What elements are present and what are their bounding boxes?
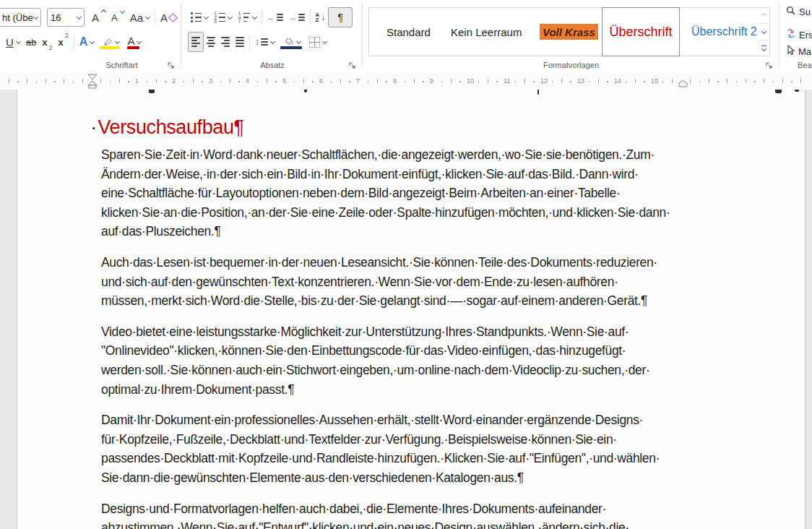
select-label: Ma	[798, 46, 811, 57]
sort-button[interactable]: AZ ↓	[313, 8, 329, 27]
paragraph-dialog-launcher[interactable]	[348, 59, 357, 68]
strikethrough-button[interactable]: ab	[23, 33, 39, 51]
ruler-number: 14	[614, 77, 621, 85]
ruler-tick	[267, 79, 267, 83]
divider	[74, 35, 74, 49]
ruler-tick-dot	[515, 81, 517, 82]
numbering-button[interactable]: 1 2 3	[211, 8, 236, 27]
gallery-scroll-down-button[interactable]	[759, 24, 769, 40]
gallery-more-icon	[761, 46, 766, 51]
style-standard[interactable]: Standard	[386, 8, 431, 56]
cursor-arrow-icon	[786, 45, 795, 58]
text-line: werden·soll.·Sie·können·auch·ein·Stichwo…	[101, 361, 805, 380]
horizontal-ruler[interactable]: 123456789101112131415	[0, 73, 812, 90]
decrease-indent-button[interactable]: ←	[264, 8, 286, 27]
bullets-button[interactable]	[188, 8, 211, 27]
find-button[interactable]: Su	[786, 6, 811, 18]
text-line: auf·das·Pluszeichen.¶	[101, 222, 805, 241]
paragraph: Video·bietet·eine·leistungsstarke·Möglic…	[101, 322, 805, 399]
text-line: "Onlinevideo"·klicken,·können·Sie·den·Ei…	[101, 341, 805, 361]
ruler-tick-dot	[607, 81, 608, 82]
editing-group-label: Bea	[779, 61, 812, 69]
ruler-tick-dot	[423, 81, 424, 82]
ruler-tick-dot	[202, 81, 203, 82]
line-spacing-icon: ↕	[255, 38, 259, 46]
styles-dialog-launcher[interactable]	[765, 59, 774, 68]
ruler-tick	[727, 79, 727, 83]
ruler-tick-dot	[73, 81, 74, 82]
ruler-tick-dot	[773, 81, 774, 82]
styles-gallery: Standard Kein Leerraum Voll Krass Übersc…	[368, 7, 760, 56]
ruler-tick	[690, 79, 691, 83]
font-size-combo[interactable]: 16	[47, 8, 85, 27]
borders-button[interactable]	[306, 33, 329, 51]
ruler-tick	[340, 79, 341, 83]
paragraph-group-label: Absatz	[182, 61, 363, 69]
right-indent-marker[interactable]	[678, 77, 688, 90]
grow-font-button[interactable]: A	[89, 8, 108, 27]
shading-button[interactable]	[277, 33, 306, 51]
replace-button[interactable]: bc Ers	[786, 28, 812, 41]
ruler-tick-dot	[478, 81, 480, 82]
paragraph: Damit·Ihr·Dokument·ein·professionelles·A…	[101, 410, 805, 487]
justify-button[interactable]	[233, 33, 247, 51]
chevron-up-icon	[761, 13, 766, 18]
document-page[interactable]: ▪Versuchsaufbau¶ Sparen·Sie·Zeit·in·Word…	[17, 90, 805, 529]
shading-color-bar	[280, 46, 302, 49]
ruler-tick-dot	[147, 81, 148, 82]
ruler-number: 1	[135, 77, 139, 85]
superscript-button[interactable]: x 2	[56, 33, 72, 51]
ruler-tick-dot	[533, 81, 535, 82]
subscript-button[interactable]: x 2	[39, 33, 55, 51]
change-case-button[interactable]: Aa	[127, 8, 152, 27]
font-group-row1: ht (Übe 16 A A Aa	[0, 7, 181, 27]
ruler-tick-dot	[662, 81, 664, 82]
underline-button[interactable]: U	[3, 33, 23, 51]
select-button[interactable]: Ma	[786, 45, 811, 58]
gallery-more-button[interactable]	[759, 40, 769, 56]
text-effects-button[interactable]: A	[77, 33, 98, 51]
text-line: passendes·Deckblatt·mit·Kopfzeile·und·Ra…	[101, 449, 805, 468]
align-center-button[interactable]	[204, 33, 218, 51]
superscript-icon: x	[59, 38, 64, 47]
multilevel-list-button[interactable]: 1 a i	[235, 8, 259, 27]
clear-formatting-button[interactable]: A	[157, 8, 179, 27]
shrink-font-button[interactable]: A	[108, 8, 127, 27]
clear-formatting-icon: A	[160, 12, 168, 23]
style-voll-krass[interactable]: Voll Krass	[540, 24, 598, 40]
styles-gallery-scroll	[759, 7, 770, 56]
text-line: eine·Schaltfläche·für·Layoutoptionen·neb…	[101, 184, 805, 203]
change-case-icon: Aa	[130, 12, 143, 23]
ruler-tick-dot	[644, 81, 645, 82]
ruler-number: 5	[282, 77, 286, 85]
show-formatting-marks-button[interactable]: ¶	[328, 7, 353, 27]
ruler-tick-dot	[386, 81, 387, 82]
paragraph: Auch·das·Lesen·ist·bequemer·in·der·neuen…	[101, 253, 805, 311]
highlight-color-button[interactable]	[97, 33, 124, 51]
text-line: Sparen·Sie·Zeit·in·Word·dank·neuer·Schal…	[101, 145, 805, 165]
ruler-tick	[561, 79, 562, 83]
align-left-button[interactable]	[188, 32, 204, 52]
increase-indent-button[interactable]: →	[286, 8, 308, 27]
clipped-text-fragment	[149, 90, 155, 93]
paragraph: Sparen·Sie·Zeit·in·Word·dank·neuer·Schal…	[101, 145, 805, 241]
align-right-button[interactable]	[218, 33, 233, 51]
eraser-icon	[168, 13, 178, 22]
font-color-button[interactable]: A	[124, 33, 144, 51]
gallery-scroll-up-button[interactable]	[759, 8, 769, 24]
font-dialog-launcher[interactable]	[167, 59, 176, 68]
style-ueberschrift[interactable]: Überschrift	[602, 7, 680, 56]
ruler-tick	[377, 79, 378, 83]
line-spacing-button[interactable]: ↕	[252, 33, 277, 51]
divider	[262, 10, 262, 25]
font-name-combo[interactable]: ht (Übe	[0, 8, 41, 27]
style-kein-leerraum[interactable]: Kein Leerraum	[451, 8, 522, 56]
ruler-tick	[82, 79, 83, 83]
style-ueberschrift-2[interactable]: Überschrift 2	[691, 8, 757, 56]
ruler-tick-dot	[238, 81, 240, 82]
text-line: Auch·das·Lesen·ist·bequemer·in·der·neuen…	[101, 253, 805, 272]
ruler-tick-dot	[36, 81, 38, 82]
ruler-tick-dot	[570, 81, 571, 82]
ruler-tick-dot	[791, 81, 792, 82]
subscript-icon: x	[42, 38, 47, 47]
